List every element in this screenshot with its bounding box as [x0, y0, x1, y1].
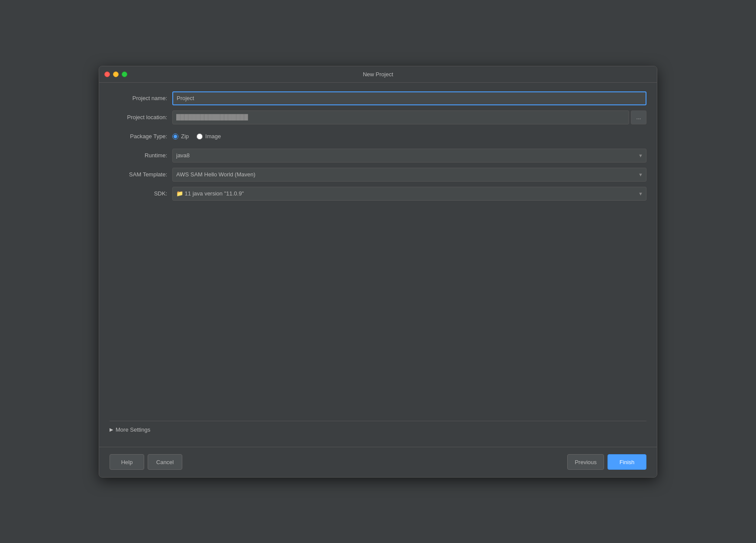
project-name-control: [172, 91, 646, 105]
runtime-select-wrapper: java8 java11 python3.8 nodejs14.x ▼: [172, 149, 646, 163]
runtime-control: java8 java11 python3.8 nodejs14.x ▼: [172, 149, 646, 163]
footer-right-buttons: Previous Finish: [567, 454, 646, 470]
package-type-row: Package Type: Zip Image: [110, 130, 646, 143]
close-button[interactable]: [104, 72, 110, 77]
location-row: ...: [172, 111, 646, 124]
project-name-label: Project name:: [110, 95, 172, 101]
zip-radio-label: Zip: [181, 133, 189, 140]
package-type-control: Zip Image: [172, 133, 646, 140]
runtime-select[interactable]: java8 java11 python3.8 nodejs14.x: [172, 149, 646, 163]
title-bar: New Project: [99, 66, 657, 83]
project-name-row: Project name:: [110, 91, 646, 105]
runtime-label: Runtime:: [110, 152, 172, 159]
sam-template-control: AWS SAM Hello World (Maven) AWS SAM Hell…: [172, 168, 646, 182]
image-radio-item[interactable]: Image: [197, 133, 221, 140]
footer-left-buttons: Help Cancel: [110, 454, 182, 470]
content-spacer: [110, 206, 646, 421]
dialog-footer: Help Cancel Previous Finish: [99, 447, 657, 477]
runtime-row: Runtime: java8 java11 python3.8 nodejs14…: [110, 149, 646, 163]
sam-template-select-wrapper: AWS SAM Hello World (Maven) AWS SAM Hell…: [172, 168, 646, 182]
package-type-label: Package Type:: [110, 133, 172, 140]
sam-template-row: SAM Template: AWS SAM Hello World (Maven…: [110, 168, 646, 182]
maximize-button[interactable]: [122, 72, 127, 77]
image-radio-label: Image: [205, 133, 221, 140]
zip-radio[interactable]: [172, 133, 178, 140]
sdk-select-wrapper: 📁 11 java version "11.0.9" ▼: [172, 187, 646, 201]
package-type-radio-group: Zip Image: [172, 133, 646, 140]
dialog-title: New Project: [363, 71, 393, 78]
browse-button[interactable]: ...: [631, 111, 646, 124]
dialog-content: Project name: Project location: ... Pack…: [99, 83, 657, 447]
more-settings-expand-icon: ▶: [110, 427, 113, 432]
sdk-row: SDK: 📁 11 java version "11.0.9" ▼: [110, 187, 646, 201]
project-name-input[interactable]: [172, 91, 646, 105]
cancel-button[interactable]: Cancel: [148, 454, 182, 470]
traffic-lights: [104, 72, 127, 77]
sam-template-select[interactable]: AWS SAM Hello World (Maven) AWS SAM Hell…: [172, 168, 646, 182]
previous-button[interactable]: Previous: [567, 454, 604, 470]
minimize-button[interactable]: [113, 72, 119, 77]
project-location-input[interactable]: [172, 111, 629, 124]
new-project-dialog: New Project Project name: Project locati…: [99, 66, 657, 478]
sdk-label: SDK:: [110, 190, 172, 197]
sdk-control: 📁 11 java version "11.0.9" ▼: [172, 187, 646, 201]
project-location-row: Project location: ...: [110, 111, 646, 124]
help-button[interactable]: Help: [110, 454, 144, 470]
sdk-select[interactable]: 📁 11 java version "11.0.9": [172, 187, 646, 201]
more-settings-label: More Settings: [116, 426, 150, 433]
project-location-control: ...: [172, 111, 646, 124]
image-radio[interactable]: [197, 133, 203, 140]
more-settings-row[interactable]: ▶ More Settings: [110, 421, 646, 438]
project-location-label: Project location:: [110, 114, 172, 120]
sam-template-label: SAM Template:: [110, 171, 172, 178]
finish-button[interactable]: Finish: [607, 454, 646, 470]
zip-radio-item[interactable]: Zip: [172, 133, 189, 140]
